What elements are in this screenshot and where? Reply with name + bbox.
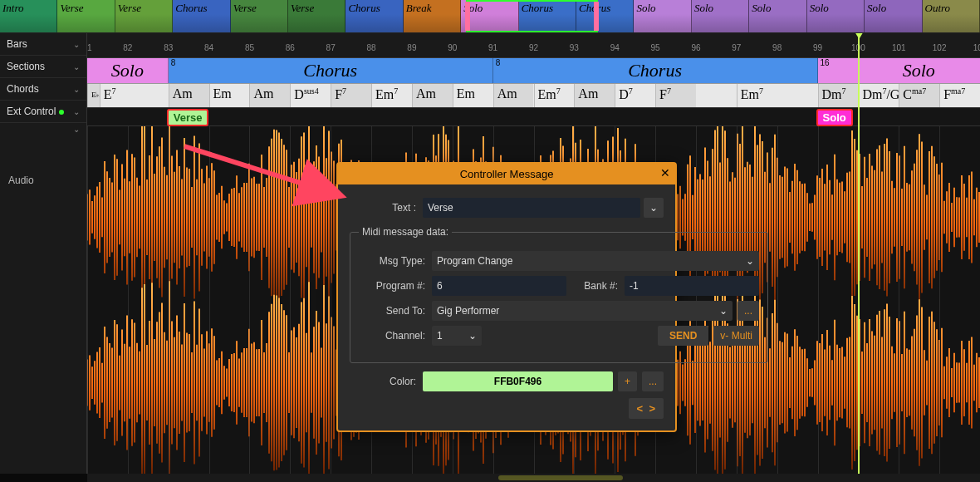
bar-number: 90 [448,43,457,52]
playhead[interactable] [858,33,860,474]
chord-cell[interactable]: Am [412,84,453,107]
bar-number: 93 [570,43,579,52]
bar-number: 102 [933,43,947,52]
bar-number: 84 [204,43,213,52]
prev-button[interactable]: < > [629,398,664,419]
section-block[interactable]: 8Chorus [493,58,818,83]
scrollbar-thumb[interactable] [498,475,624,480]
chord-cell[interactable]: Am [169,84,209,107]
overview-segment[interactable]: Break [404,0,461,32]
sections-lane[interactable]: Solo8Chorus8Chorus16Solo [87,58,980,83]
bar-number: 86 [286,43,295,52]
chord-cell[interactable]: Am [574,84,615,107]
section-block[interactable]: 8Chorus [169,58,493,83]
send-to-label: Send To: [359,305,432,317]
multi-button[interactable]: v- Multi [713,326,759,346]
chord-cell[interactable]: Em7 [737,84,777,107]
send-button[interactable]: SEND [658,326,708,346]
horizontal-scrollbar[interactable] [87,474,980,482]
overview-segment[interactable]: Intro [0,0,57,32]
song-overview[interactable]: IntroVerseVerseChorusVerseVerseChorusBre… [0,0,980,33]
bar-number: 101 [892,43,906,52]
section-block[interactable]: Solo [87,58,169,83]
bar-number: 88 [366,43,375,52]
track-header-bars[interactable]: Bars⌄ [0,33,86,56]
chord-cell[interactable]: Em [209,84,250,107]
text-dropdown-button[interactable]: ⌄ [644,198,664,218]
track-headers: Bars⌄Sections⌄Chords⌄Ext Control⌄ ⌄ Audi… [0,33,87,474]
bar-number: 82 [123,43,132,52]
color-plus-button[interactable]: + [618,371,637,391]
overview-segment[interactable]: Chorus [173,0,230,32]
ext-control-marker[interactable]: Solo [816,109,853,126]
chord-cell[interactable]: E♭sus4 [87,84,100,107]
overview-segment[interactable]: Verse [288,0,345,32]
chord-cell[interactable]: Am [493,84,534,107]
bar-number: 103 [973,43,980,52]
chord-cell[interactable]: Cma7 [899,84,939,107]
color-label: Color: [350,376,423,387]
track-header-ext-control[interactable]: Ext Control⌄ [0,101,86,123]
bars-ruler[interactable]: 8182838485868788899091929394959697989910… [87,33,980,58]
chord-cell[interactable]: Fma7 [939,84,980,107]
overview-segment[interactable]: Solo [865,0,922,32]
dialog-titlebar[interactable]: Controller Message ✕ [338,164,675,184]
text-label: Text : [350,202,423,214]
overview-segment[interactable]: Chorus [345,0,403,32]
overview-segment[interactable]: Chorus [519,0,576,32]
audio-track-label: Audio [8,175,34,186]
ext-control-marker[interactable]: Verse [167,109,209,126]
chord-cell[interactable]: Am [249,84,290,107]
chord-cell[interactable]: Dsus4 [290,84,331,107]
msg-type-label: Msg Type: [359,255,432,267]
overview-segment[interactable]: Outro [923,0,980,32]
chord-cell[interactable]: Em7 [371,84,412,107]
chord-cell[interactable]: Dm7/G [858,84,899,107]
bar-number: 96 [691,43,700,52]
text-input[interactable] [423,198,640,218]
close-icon[interactable]: ✕ [660,166,670,180]
chord-cell[interactable]: D7 [615,84,655,107]
program-input[interactable] [432,276,566,296]
bank-input[interactable] [625,276,759,296]
overview-segment[interactable]: Verse [57,0,115,32]
chord-cell[interactable]: Em [453,84,493,107]
bar-number: 83 [164,43,173,52]
overview-segment[interactable]: Solo [749,0,806,32]
chords-lane[interactable]: E♭sus4E7AmEmAmDsus4F7Em7AmEmAmEm7AmD7F7E… [87,83,980,108]
bar-number: 92 [529,43,538,52]
send-to-select[interactable]: Gig Performer⌄ [432,301,733,321]
overview-segment[interactable]: Chorus [576,0,634,32]
controller-message-dialog: Controller Message ✕ Text : ⌄ Midi messa… [336,162,677,432]
midi-fieldset: Midi message data: Msg Type: Program Cha… [350,226,768,363]
bar-number: 87 [326,43,336,52]
overview-segment[interactable]: Solo [807,0,865,32]
send-to-more-button[interactable]: ... [737,301,759,321]
overview-segment[interactable]: Solo [692,0,749,32]
color-more-button[interactable]: ... [642,371,664,391]
chord-cell[interactable]: Dm7 [818,84,859,107]
chord-cell[interactable]: F7 [655,84,696,107]
midi-legend: Midi message data: [359,226,452,238]
channel-select[interactable]: 1⌄ [432,326,482,346]
overview-segment[interactable]: Verse [231,0,288,32]
overview-segment[interactable]: Verse [115,0,173,32]
bar-number: 97 [732,43,741,52]
chord-cell[interactable]: E7 [100,84,169,107]
chord-cell[interactable]: Em7 [534,84,575,107]
dialog-title-text: Controller Message [460,168,554,180]
overview-segment[interactable]: Solo [461,0,518,32]
overview-segment[interactable]: Solo [634,0,691,32]
section-block[interactable]: 16Solo [818,58,980,83]
msg-type-select[interactable]: Program Change⌄ [432,251,759,271]
bar-number: 81 [87,43,92,52]
ext-control-lane[interactable]: VerseSolo [87,108,980,126]
bar-number: 85 [245,43,254,52]
program-label: Program #: [359,280,432,292]
chord-cell[interactable]: F7 [331,84,371,107]
track-header-chords[interactable]: Chords⌄ [0,78,86,101]
bar-number: 91 [488,43,497,52]
color-swatch[interactable]: FFB0F496 [423,371,613,391]
bar-number: 95 [651,43,660,52]
track-header-sections[interactable]: Sections⌄ [0,56,86,78]
